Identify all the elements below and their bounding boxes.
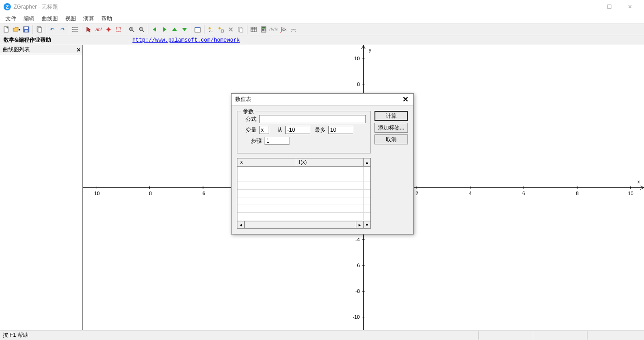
- undo-icon[interactable]: [48, 25, 57, 34]
- integral-icon[interactable]: ∫dx: [279, 25, 288, 34]
- window-title: ZGrapher - 无标题: [14, 3, 578, 11]
- minimize-button[interactable]: ─: [578, 0, 599, 14]
- from-input[interactable]: [285, 126, 310, 134]
- svg-rect-29: [221, 30, 223, 32]
- app-icon: Z: [4, 3, 11, 10]
- svg-point-9: [72, 27, 73, 28]
- table-row: [237, 174, 370, 182]
- cancel-button[interactable]: 取消: [374, 134, 408, 144]
- duplicate-icon[interactable]: [236, 25, 245, 34]
- select-rect-icon[interactable]: [114, 25, 123, 34]
- menubar: 文件 编辑 曲线图 视图 演算 帮助: [0, 14, 644, 24]
- helpbar-label: 数学&编程作业帮助: [4, 36, 51, 44]
- svg-text:8: 8: [576, 191, 578, 196]
- svg-text:-10: -10: [353, 314, 360, 320]
- menu-view[interactable]: 视图: [62, 14, 80, 24]
- svg-rect-2: [24, 27, 28, 29]
- status-help: 按 F1 帮助: [3, 331, 28, 339]
- calc-button[interactable]: 计算: [374, 111, 408, 121]
- svg-line-17: [133, 30, 134, 32]
- svg-point-42: [263, 29, 264, 30]
- arrow-right-icon[interactable]: [160, 25, 169, 34]
- list-icon[interactable]: [71, 25, 80, 34]
- save-icon[interactable]: [22, 25, 31, 34]
- svg-text:x: x: [637, 179, 640, 184]
- to-input[interactable]: [328, 126, 353, 134]
- pointer-icon[interactable]: [84, 25, 93, 34]
- close-button[interactable]: ✕: [620, 0, 640, 14]
- table-header-fx[interactable]: f(x): [296, 158, 363, 166]
- svg-point-44: [262, 30, 263, 31]
- table-icon[interactable]: [249, 25, 258, 34]
- svg-rect-34: [251, 27, 256, 32]
- svg-rect-15: [116, 27, 121, 32]
- statusbar: 按 F1 帮助: [0, 330, 644, 340]
- svg-rect-24: [195, 27, 200, 28]
- sidebar-title: 曲线图列表: [3, 46, 30, 53]
- menu-calc[interactable]: 演算: [80, 14, 98, 24]
- add-label-button[interactable]: 添加标签...: [374, 123, 408, 133]
- svg-point-45: [263, 30, 264, 31]
- svg-text:10: 10: [628, 191, 633, 196]
- open-folder-icon[interactable]: ▾: [12, 25, 21, 34]
- calc-icon[interactable]: [259, 25, 268, 34]
- sidebar-header: 曲线图列表 ×: [0, 45, 82, 54]
- menu-file[interactable]: 文件: [2, 14, 20, 24]
- maximize-button[interactable]: ☐: [599, 0, 620, 14]
- svg-text:-10: -10: [93, 191, 100, 196]
- zoom-out-icon[interactable]: [137, 25, 146, 34]
- value-table-dialog: 数值表 ✕ 参数 公式 变量 从 最多 步骤: [231, 93, 414, 235]
- scroll-right-icon[interactable]: ►: [356, 221, 363, 228]
- svg-point-10: [72, 29, 73, 30]
- redo-icon[interactable]: [58, 25, 67, 34]
- menu-graph[interactable]: 曲线图: [38, 14, 62, 24]
- status-seg-1: [478, 331, 533, 340]
- add-fn2-icon[interactable]: [216, 25, 225, 34]
- arrow-left-icon[interactable]: [150, 25, 159, 34]
- svg-text:6: 6: [522, 191, 525, 196]
- table-row: [237, 205, 370, 213]
- sidebar-close-icon[interactable]: ×: [77, 46, 80, 53]
- formula-input[interactable]: [259, 115, 366, 123]
- dialog-titlebar[interactable]: 数值表 ✕: [232, 94, 413, 105]
- var-input[interactable]: [259, 126, 269, 134]
- menu-help[interactable]: 帮助: [98, 14, 116, 24]
- dialog-title: 数值表: [235, 96, 401, 103]
- point-icon[interactable]: [104, 25, 113, 34]
- formula-label: 公式: [242, 115, 256, 123]
- toolbar: ▾ abl d/dx ∫dx: [0, 24, 644, 35]
- table-header-x[interactable]: x: [237, 158, 296, 166]
- scroll-down-icon[interactable]: ▼: [363, 221, 370, 228]
- to-label: 最多: [313, 126, 326, 134]
- menu-edit[interactable]: 编辑: [20, 14, 38, 24]
- zoom-in-icon[interactable]: [127, 25, 136, 34]
- scroll-up-icon[interactable]: ▲: [363, 158, 370, 166]
- arrow-down-icon[interactable]: [180, 25, 189, 34]
- svg-text:8: 8: [357, 81, 360, 87]
- new-file-icon[interactable]: [2, 25, 11, 34]
- svg-rect-3: [25, 30, 28, 32]
- step-label: 步骤: [242, 137, 262, 145]
- add-fn-icon[interactable]: [206, 25, 215, 34]
- label-icon[interactable]: abl: [94, 25, 103, 34]
- svg-line-21: [142, 30, 144, 32]
- from-label: 从: [272, 126, 283, 134]
- helpbar-link[interactable]: http://www.palamsoft.com/homework: [133, 37, 240, 43]
- svg-text:4: 4: [469, 191, 472, 196]
- svg-text:-4: -4: [355, 237, 360, 242]
- scroll-left-icon[interactable]: ◄: [237, 221, 245, 228]
- tangent-icon[interactable]: [289, 25, 298, 34]
- table-row: [237, 197, 370, 205]
- params-fieldset: 参数 公式 变量 从 最多 步骤: [237, 111, 371, 153]
- delete-icon[interactable]: [226, 25, 235, 34]
- table-row: [237, 213, 370, 220]
- options-icon[interactable]: [193, 25, 202, 34]
- svg-text:-8: -8: [147, 191, 152, 196]
- step-input[interactable]: [265, 137, 289, 145]
- svg-rect-5: [38, 28, 42, 32]
- derivative-icon[interactable]: d/dx: [269, 25, 278, 34]
- dialog-close-icon[interactable]: ✕: [401, 95, 410, 104]
- arrow-up-icon[interactable]: [170, 25, 179, 34]
- copy-icon[interactable]: [35, 25, 44, 34]
- var-label: 变量: [242, 126, 256, 134]
